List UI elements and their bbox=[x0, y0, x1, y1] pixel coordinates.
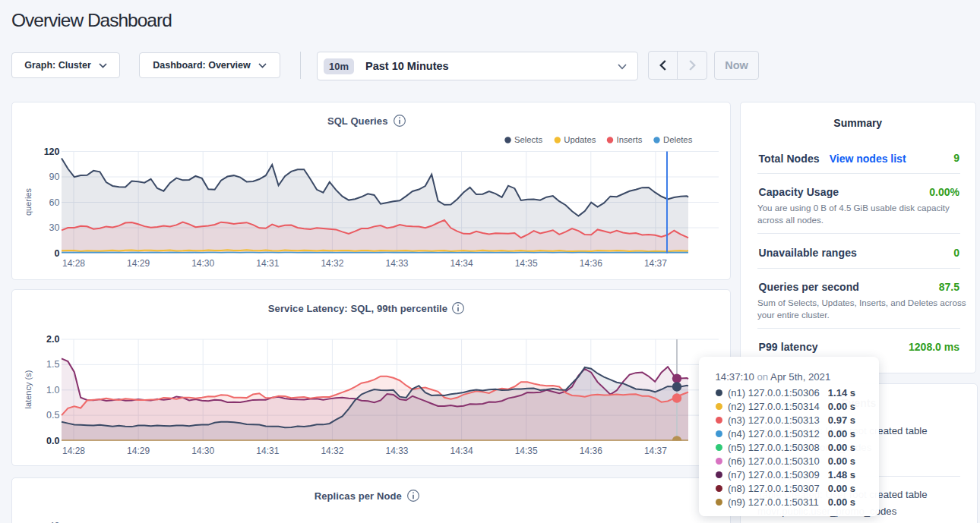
svg-text:Service Latency: SQL, 99th per: Service Latency: SQL, 99th percentile bbox=[268, 303, 447, 314]
svg-text:Inserts: Inserts bbox=[617, 135, 643, 144]
svg-text:1.5: 1.5 bbox=[46, 359, 59, 370]
svg-text:2.0: 2.0 bbox=[46, 334, 59, 345]
svg-text:0: 0 bbox=[55, 248, 60, 259]
svg-text:14:28: 14:28 bbox=[62, 258, 85, 269]
svg-text:14:34: 14:34 bbox=[450, 446, 473, 456]
svg-text:14:36: 14:36 bbox=[580, 258, 602, 269]
svg-text:Replicas per Node: Replicas per Node bbox=[315, 490, 402, 502]
svg-text:14:37: 14:37 bbox=[644, 446, 667, 456]
svg-text:14:32: 14:32 bbox=[321, 258, 343, 269]
svg-text:14:35: 14:35 bbox=[515, 258, 538, 269]
svg-text:0.0: 0.0 bbox=[46, 436, 59, 446]
svg-text:30: 30 bbox=[49, 222, 60, 233]
svg-text:14:37: 14:37 bbox=[644, 258, 667, 269]
svg-text:60: 60 bbox=[49, 197, 60, 208]
svg-text:14:33: 14:33 bbox=[385, 446, 408, 456]
svg-text:14:28: 14:28 bbox=[62, 446, 85, 456]
svg-text:Updates: Updates bbox=[564, 135, 596, 144]
svg-text:latency (s): latency (s) bbox=[24, 370, 33, 409]
svg-text:90: 90 bbox=[49, 172, 60, 182]
svg-text:14:32: 14:32 bbox=[321, 446, 343, 456]
svg-text:1.0: 1.0 bbox=[46, 385, 59, 395]
svg-text:14:31: 14:31 bbox=[256, 446, 279, 456]
svg-text:14:30: 14:30 bbox=[191, 258, 214, 269]
svg-text:Selects: Selects bbox=[514, 135, 542, 144]
svg-text:SQL Queries: SQL Queries bbox=[327, 115, 388, 127]
svg-text:14:29: 14:29 bbox=[127, 258, 150, 269]
svg-text:queries: queries bbox=[24, 187, 33, 216]
svg-text:14:36: 14:36 bbox=[580, 446, 602, 456]
svg-text:120: 120 bbox=[44, 147, 60, 157]
svg-text:14:34: 14:34 bbox=[450, 258, 473, 269]
svg-text:Deletes: Deletes bbox=[663, 135, 693, 144]
svg-text:14:33: 14:33 bbox=[385, 258, 408, 269]
svg-text:14:29: 14:29 bbox=[127, 446, 150, 456]
svg-text:14:35: 14:35 bbox=[515, 446, 538, 456]
svg-text:14:30: 14:30 bbox=[191, 446, 214, 456]
svg-text:0.5: 0.5 bbox=[46, 410, 59, 421]
svg-text:14:31: 14:31 bbox=[256, 258, 279, 269]
